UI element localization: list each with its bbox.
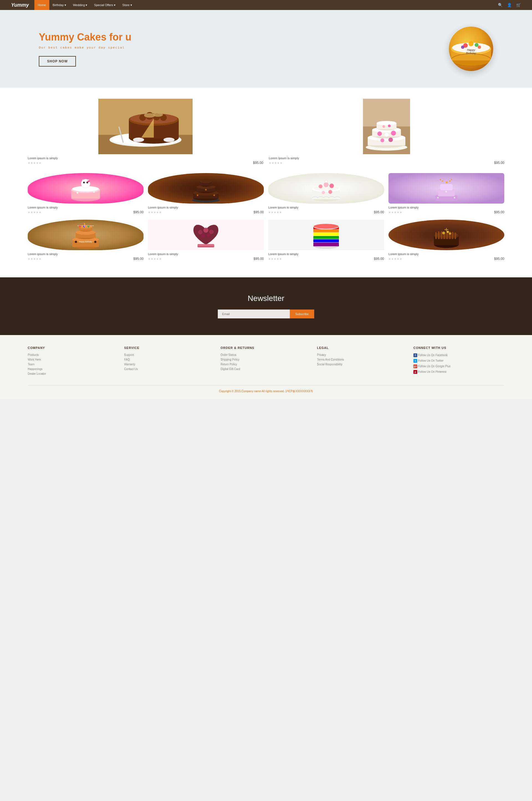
svg-point-79 <box>324 182 329 187</box>
svg-point-41 <box>377 121 397 125</box>
footer-link-team[interactable]: Team <box>28 363 119 366</box>
grid-product-2-image <box>148 173 264 204</box>
footer: COMPANY Products Work Here Team Happenin… <box>0 335 532 399</box>
grid-product-4-title: Lorem ipsum is simply <box>388 206 504 209</box>
featured-product-2[interactable]: Lorem Ipsum is simply ★★★★★ $95.00 <box>269 99 504 165</box>
site-logo[interactable]: Yummy <box>11 2 29 8</box>
footer-link-contact-us[interactable]: Contact Us <box>124 367 215 370</box>
svg-rect-86 <box>440 184 453 190</box>
grid-product-5[interactable]: Happy Birthday Lorem ipsum is simply ★★★… <box>28 220 144 261</box>
svg-point-73 <box>205 189 207 190</box>
grid-product-8[interactable]: Lorem ipsum is simply ★★★★★ $95.00 <box>388 220 504 261</box>
svg-point-45 <box>380 139 384 142</box>
featured-product-2-title: Lorem Ipsum is simply <box>269 157 504 160</box>
grid-product-4[interactable]: ★ ★ ★ ★ ★ ★ ★ ★ Lorem ipsum is simply ★★… <box>388 173 504 214</box>
shop-now-button[interactable]: SHOP NOW <box>39 56 76 67</box>
grid-product-2[interactable]: Lorem ipsum is simply ★★★★★ $95.00 <box>148 173 264 214</box>
footer-link-facebook[interactable]: f Follow Us On Facebook <box>413 353 504 357</box>
footer-link-terms[interactable]: Terms And Conditions <box>317 358 408 361</box>
svg-text:★: ★ <box>451 178 453 181</box>
footer-link-faq[interactable]: FAQ <box>124 358 215 361</box>
grid-product-7-bottom: ★★★★★ $95.00 <box>268 257 384 261</box>
grid-product-1-price: $95.00 <box>133 210 144 214</box>
nav-item-special-offers[interactable]: Special Offers ▾ <box>91 0 119 10</box>
footer-connect-heading: CONNECT WITH US <box>413 346 504 349</box>
svg-point-42 <box>377 131 382 136</box>
grid-product-3-image <box>268 173 384 204</box>
footer-link-dealer-locator[interactable]: Dealer Locator <box>28 372 119 375</box>
grid-product-7[interactable]: Lorem ipsum is simply ★★★★★ $95.00 <box>268 220 384 261</box>
subscribe-button[interactable]: Subscribe <box>290 310 315 318</box>
footer-link-warranty[interactable]: Warranty <box>124 363 215 366</box>
newsletter-title: Newsletter <box>11 294 521 303</box>
svg-rect-124 <box>314 236 339 239</box>
footer-link-work-here[interactable]: Work Here <box>28 358 119 361</box>
copyright-text: Copyright © 2015.Company name All rights… <box>219 390 285 393</box>
footer-link-social-responsibility[interactable]: Social Responsibility <box>317 363 408 366</box>
svg-point-109 <box>84 223 85 224</box>
footer-link-happenings[interactable]: Happenings <box>28 367 119 370</box>
grid-product-8-image <box>388 220 504 250</box>
cart-icon[interactable]: 🛒 <box>516 3 521 7</box>
svg-rect-145 <box>452 232 453 239</box>
svg-point-116 <box>201 234 205 238</box>
email-input[interactable] <box>218 310 290 318</box>
grid-product-5-image: Happy Birthday <box>28 220 144 250</box>
featured-product-1-image <box>28 99 263 154</box>
svg-point-25 <box>153 113 163 117</box>
footer-link-pinterest[interactable]: p Follow Us On Pinterest <box>413 370 504 374</box>
svg-point-29 <box>164 138 174 142</box>
svg-text:★: ★ <box>439 178 441 181</box>
footer-link-support[interactable]: Support <box>124 353 215 357</box>
grid-product-6[interactable]: Lorem ipsum is simply ★★★★★ $95.00 <box>148 220 264 261</box>
featured-product-1-bottom: ★★★★★ $95.00 <box>28 161 263 165</box>
svg-text:★: ★ <box>453 196 456 199</box>
featured-product-1-price: $95.00 <box>253 161 263 165</box>
footer-link-shipping-policy[interactable]: Shipping Policy <box>221 358 311 361</box>
grid-product-1[interactable]: ★ ★ Lorem ipsum is simply ★★★★★ $95.00 <box>28 173 144 214</box>
svg-rect-123 <box>314 239 339 243</box>
svg-rect-126 <box>314 230 339 233</box>
nav-item-wedding[interactable]: Wedding ▾ <box>70 0 91 10</box>
footer-link-privacy[interactable]: Privacy <box>317 353 408 357</box>
svg-rect-141 <box>441 231 442 239</box>
grid-product-5-title: Lorem ipsum is simply <box>28 252 144 256</box>
footer-link-order-status[interactable]: Order Status <box>221 353 311 357</box>
footer-link-return-policy[interactable]: Return Policy <box>221 363 311 366</box>
footer-link-products[interactable]: Products <box>28 353 119 357</box>
grid-product-2-bottom: ★★★★★ $95.00 <box>148 210 264 214</box>
hero-title: Yummy Cakes for u <box>39 31 131 43</box>
navbar: Yummy Home Birthday ▾ Wedding ▾ Special … <box>0 0 532 10</box>
newsletter-form: Subscribe <box>11 310 521 318</box>
svg-point-46 <box>388 138 393 142</box>
nav-item-store[interactable]: Store ▾ <box>119 0 135 10</box>
copyright-link[interactable]: 沪ICP备XXXXXXXX号 <box>285 390 313 393</box>
svg-point-112 <box>94 241 96 243</box>
footer-link-google-plus[interactable]: g+ Follow Us On Google Plus <box>413 364 504 368</box>
twitter-icon: t <box>413 359 417 363</box>
hero-title-highlight: Cakes <box>77 31 107 43</box>
nav-item-birthday[interactable]: Birthday ▾ <box>49 0 70 10</box>
user-icon[interactable]: 👤 <box>507 3 512 7</box>
svg-text:Happy: Happy <box>467 49 475 52</box>
grid-product-2-title: Lorem ipsum is simply <box>148 206 264 209</box>
nav-item-home[interactable]: Home <box>34 0 49 10</box>
hero-subtitle: Our best cakes make your day special <box>39 46 131 49</box>
svg-rect-118 <box>197 244 214 248</box>
svg-point-114 <box>203 228 208 233</box>
products-grid-row1: ★ ★ Lorem ipsum is simply ★★★★★ $95.00 <box>28 173 504 214</box>
grid-product-2-price: $95.00 <box>253 210 264 214</box>
footer-link-twitter[interactable]: t Follow Us On Twitter <box>413 359 504 363</box>
footer-link-gift-card[interactable]: Digital Gift Card <box>221 367 311 370</box>
svg-point-54 <box>83 182 85 183</box>
search-icon[interactable]: 🔍 <box>498 3 502 7</box>
grid-product-3-title: Lorem ipsum is simply <box>268 206 384 209</box>
svg-point-149 <box>449 233 451 235</box>
svg-point-83 <box>325 180 327 183</box>
grid-product-3[interactable]: Lorem ipsum is simply ★★★★★ $95.00 <box>268 173 384 214</box>
featured-product-1[interactable]: Lorem ipsum is simply ★★★★★ $95.00 <box>28 99 263 165</box>
footer-col-service: SERVICE Support FAQ Warranty Contact Us <box>124 346 215 377</box>
nav-menu: Home Birthday ▾ Wedding ▾ Special Offers… <box>34 0 498 10</box>
svg-point-115 <box>209 230 214 234</box>
svg-point-82 <box>328 190 332 194</box>
